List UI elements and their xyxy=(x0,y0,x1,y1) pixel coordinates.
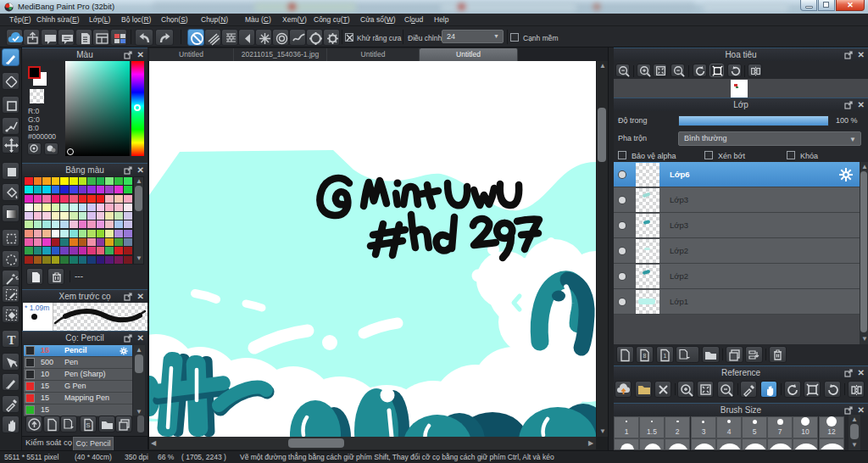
svg-text:S: S xyxy=(86,421,90,429)
svg-text:1: 1 xyxy=(664,353,667,359)
svg-text:8: 8 xyxy=(643,353,647,359)
svg-text:T: T xyxy=(7,333,15,347)
